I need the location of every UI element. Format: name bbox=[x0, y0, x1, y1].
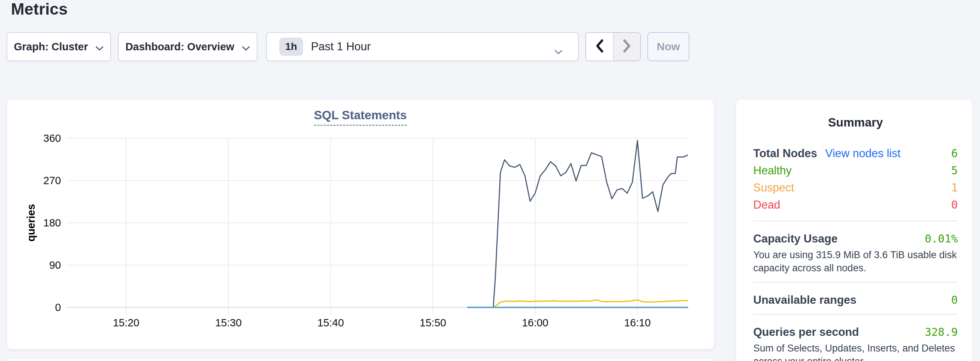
chevron-down-icon bbox=[242, 41, 250, 54]
capacity-usage-section: Capacity Usage 0.01% You are using 315.9… bbox=[753, 232, 958, 275]
dashboard-dropdown-label: Dashboard: Overview bbox=[125, 41, 234, 53]
x-tick-label: 15:50 bbox=[420, 317, 446, 329]
healthy-nodes-row: Healthy 5 bbox=[753, 162, 958, 179]
metrics-page: { "page": { "title": "Metrics" }, "toolb… bbox=[0, 0, 980, 361]
queries-per-second-description: Sum of Selects, Updates, Inserts, and De… bbox=[753, 342, 958, 361]
sql-statements-chart-card: SQL Statements 15:2015:3015:4015:5016:00… bbox=[6, 99, 714, 349]
time-range-next-button[interactable] bbox=[613, 33, 640, 60]
summary-title: Summary bbox=[753, 116, 958, 130]
y-tick-label: 90 bbox=[49, 259, 61, 271]
x-tick-label: 16:10 bbox=[624, 317, 651, 329]
unavailable-ranges-value: 0 bbox=[951, 293, 958, 306]
capacity-usage-value: 0.01% bbox=[925, 232, 958, 245]
chevron-down-icon bbox=[554, 45, 563, 57]
divider bbox=[753, 314, 958, 315]
suspect-nodes-row: Suspect 1 bbox=[753, 179, 958, 196]
healthy-label: Healthy bbox=[753, 164, 792, 177]
sql-statements-chart[interactable]: 15:2015:3015:4015:5016:0016:100901802703… bbox=[7, 100, 714, 350]
chevron-right-icon bbox=[622, 39, 632, 55]
x-tick-label: 16:00 bbox=[522, 317, 549, 329]
chart-line-yellow bbox=[493, 300, 687, 307]
divider bbox=[753, 282, 958, 283]
summary-panel: Summary Total Nodes View nodes list 6 He… bbox=[736, 99, 973, 361]
divider bbox=[753, 221, 958, 221]
y-axis-label: queries bbox=[25, 204, 37, 241]
total-nodes-label: Total Nodes bbox=[753, 147, 817, 160]
suspect-value: 1 bbox=[951, 181, 958, 194]
dead-nodes-row: Dead 0 bbox=[753, 196, 958, 213]
time-range-badge: 1h bbox=[279, 38, 303, 56]
dead-value: 0 bbox=[951, 198, 958, 211]
time-range-label: Past 1 Hour bbox=[311, 40, 371, 53]
queries-per-second-section: Queries per second 328.9 Sum of Selects,… bbox=[753, 326, 958, 361]
queries-per-second-value: 328.9 bbox=[925, 326, 958, 339]
view-nodes-list-link[interactable]: View nodes list bbox=[825, 147, 900, 160]
queries-per-second-label: Queries per second bbox=[753, 326, 859, 339]
time-range-prev-button[interactable] bbox=[586, 33, 613, 60]
graph-dropdown[interactable]: Graph: Cluster bbox=[6, 32, 111, 61]
unavailable-ranges-label: Unavailable ranges bbox=[753, 293, 857, 307]
chevron-down-icon bbox=[95, 41, 104, 54]
dead-label: Dead bbox=[753, 198, 780, 212]
page-title: Metrics bbox=[11, 0, 68, 18]
chevron-left-icon bbox=[595, 39, 604, 55]
dashboard-dropdown[interactable]: Dashboard: Overview bbox=[118, 32, 258, 61]
capacity-usage-description: You are using 315.9 MiB of 3.6 TiB usabl… bbox=[753, 248, 958, 275]
time-range-nav bbox=[585, 32, 641, 61]
total-nodes-value: 6 bbox=[951, 147, 958, 160]
y-tick-label: 270 bbox=[43, 175, 61, 186]
unavailable-ranges-section: Unavailable ranges 0 bbox=[753, 293, 958, 307]
y-tick-label: 180 bbox=[43, 217, 61, 229]
now-button[interactable]: Now bbox=[648, 32, 689, 61]
time-range-selector[interactable]: 1h Past 1 Hour bbox=[266, 32, 579, 61]
suspect-label: Suspect bbox=[753, 181, 794, 194]
capacity-usage-label: Capacity Usage bbox=[753, 232, 838, 245]
y-tick-label: 360 bbox=[43, 132, 61, 144]
total-nodes-row: Total Nodes View nodes list 6 bbox=[753, 145, 958, 162]
x-tick-label: 15:30 bbox=[215, 317, 242, 329]
x-tick-label: 15:40 bbox=[317, 317, 344, 329]
y-tick-label: 0 bbox=[55, 302, 61, 313]
graph-dropdown-label: Graph: Cluster bbox=[14, 41, 88, 53]
x-tick-label: 15:20 bbox=[113, 317, 140, 329]
nodes-block: Total Nodes View nodes list 6 Healthy 5 … bbox=[753, 145, 958, 213]
next-chart-card bbox=[6, 358, 714, 361]
chart-line-navy bbox=[493, 140, 687, 307]
healthy-value: 5 bbox=[951, 164, 958, 177]
